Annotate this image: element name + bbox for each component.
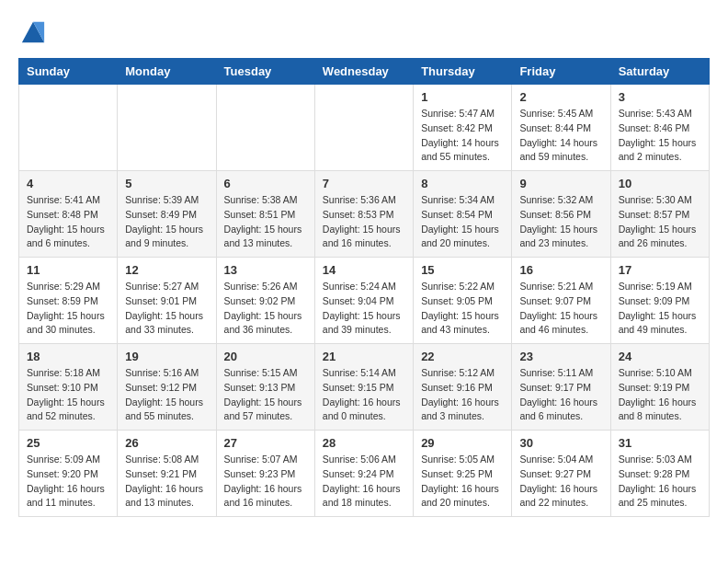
calendar-cell: 11Sunrise: 5:29 AM Sunset: 8:59 PM Dayli… xyxy=(19,258,118,344)
day-info: Sunrise: 5:16 AM Sunset: 9:12 PM Dayligh… xyxy=(125,366,208,424)
calendar-cell xyxy=(19,85,118,171)
day-info: Sunrise: 5:04 AM Sunset: 9:27 PM Dayligh… xyxy=(519,453,602,511)
day-info: Sunrise: 5:26 AM Sunset: 9:02 PM Dayligh… xyxy=(224,280,307,338)
day-number: 2 xyxy=(519,90,602,104)
day-info: Sunrise: 5:08 AM Sunset: 9:21 PM Dayligh… xyxy=(125,453,208,511)
day-number: 4 xyxy=(27,177,109,190)
day-number: 6 xyxy=(224,177,307,190)
calendar-cell: 4Sunrise: 5:41 AM Sunset: 8:48 PM Daylig… xyxy=(19,171,118,258)
day-number: 14 xyxy=(323,263,405,277)
day-info: Sunrise: 5:14 AM Sunset: 9:15 PM Dayligh… xyxy=(323,366,405,424)
day-number: 5 xyxy=(125,177,208,190)
calendar-cell: 22Sunrise: 5:12 AM Sunset: 9:16 PM Dayli… xyxy=(414,344,512,431)
day-number: 27 xyxy=(224,436,307,450)
day-info: Sunrise: 5:34 AM Sunset: 8:54 PM Dayligh… xyxy=(421,193,504,251)
day-number: 22 xyxy=(421,350,504,363)
day-number: 10 xyxy=(619,177,701,190)
day-info: Sunrise: 5:43 AM Sunset: 8:46 PM Dayligh… xyxy=(619,107,701,165)
day-info: Sunrise: 5:09 AM Sunset: 9:20 PM Dayligh… xyxy=(27,453,109,511)
day-info: Sunrise: 5:32 AM Sunset: 8:56 PM Dayligh… xyxy=(519,193,602,251)
calendar-cell: 19Sunrise: 5:16 AM Sunset: 9:12 PM Dayli… xyxy=(118,344,216,431)
day-info: Sunrise: 5:38 AM Sunset: 8:51 PM Dayligh… xyxy=(224,193,307,251)
day-number: 15 xyxy=(421,263,504,277)
calendar-cell: 27Sunrise: 5:07 AM Sunset: 9:23 PM Dayli… xyxy=(216,431,314,517)
day-info: Sunrise: 5:06 AM Sunset: 9:24 PM Dayligh… xyxy=(323,453,405,511)
day-info: Sunrise: 5:30 AM Sunset: 8:57 PM Dayligh… xyxy=(619,193,701,251)
calendar-table: SundayMondayTuesdayWednesdayThursdayFrid… xyxy=(18,58,710,517)
calendar-cell: 31Sunrise: 5:03 AM Sunset: 9:28 PM Dayli… xyxy=(610,431,709,517)
day-info: Sunrise: 5:36 AM Sunset: 8:53 PM Dayligh… xyxy=(323,193,405,251)
calendar-cell: 5Sunrise: 5:39 AM Sunset: 8:49 PM Daylig… xyxy=(118,171,216,258)
day-number: 3 xyxy=(619,90,701,104)
day-number: 8 xyxy=(421,177,504,190)
day-info: Sunrise: 5:18 AM Sunset: 9:10 PM Dayligh… xyxy=(27,366,109,424)
weekday-header-sunday: Sunday xyxy=(19,59,118,85)
day-number: 9 xyxy=(519,177,602,190)
calendar-cell: 20Sunrise: 5:15 AM Sunset: 9:13 PM Dayli… xyxy=(216,344,314,431)
day-info: Sunrise: 5:03 AM Sunset: 9:28 PM Dayligh… xyxy=(619,453,701,511)
weekday-header-saturday: Saturday xyxy=(610,59,709,85)
day-info: Sunrise: 5:41 AM Sunset: 8:48 PM Dayligh… xyxy=(27,193,109,251)
day-number: 16 xyxy=(519,263,602,277)
day-info: Sunrise: 5:24 AM Sunset: 9:04 PM Dayligh… xyxy=(323,280,405,338)
calendar-cell: 15Sunrise: 5:22 AM Sunset: 9:05 PM Dayli… xyxy=(414,258,512,344)
day-number: 12 xyxy=(125,263,208,277)
day-info: Sunrise: 5:29 AM Sunset: 8:59 PM Dayligh… xyxy=(27,280,109,338)
calendar-cell: 24Sunrise: 5:10 AM Sunset: 9:19 PM Dayli… xyxy=(610,344,709,431)
calendar-cell: 17Sunrise: 5:19 AM Sunset: 9:09 PM Dayli… xyxy=(610,258,709,344)
day-number: 1 xyxy=(421,90,504,104)
calendar-cell: 9Sunrise: 5:32 AM Sunset: 8:56 PM Daylig… xyxy=(512,171,610,258)
calendar-cell: 30Sunrise: 5:04 AM Sunset: 9:27 PM Dayli… xyxy=(512,431,610,517)
week-row-3: 11Sunrise: 5:29 AM Sunset: 8:59 PM Dayli… xyxy=(19,258,710,344)
day-info: Sunrise: 5:27 AM Sunset: 9:01 PM Dayligh… xyxy=(125,280,208,338)
calendar-cell: 12Sunrise: 5:27 AM Sunset: 9:01 PM Dayli… xyxy=(118,258,216,344)
day-number: 21 xyxy=(323,350,405,363)
weekday-header-friday: Friday xyxy=(512,59,610,85)
calendar-cell: 3Sunrise: 5:43 AM Sunset: 8:46 PM Daylig… xyxy=(610,85,709,171)
weekday-header-monday: Monday xyxy=(118,59,216,85)
day-number: 13 xyxy=(224,263,307,277)
calendar-cell: 13Sunrise: 5:26 AM Sunset: 9:02 PM Dayli… xyxy=(216,258,314,344)
week-row-5: 25Sunrise: 5:09 AM Sunset: 9:20 PM Dayli… xyxy=(19,431,710,517)
calendar-cell: 18Sunrise: 5:18 AM Sunset: 9:10 PM Dayli… xyxy=(19,344,118,431)
calendar-cell: 8Sunrise: 5:34 AM Sunset: 8:54 PM Daylig… xyxy=(414,171,512,258)
day-info: Sunrise: 5:19 AM Sunset: 9:09 PM Dayligh… xyxy=(619,280,701,338)
page-header xyxy=(18,18,710,49)
day-info: Sunrise: 5:12 AM Sunset: 9:16 PM Dayligh… xyxy=(421,366,504,424)
weekday-header-wednesday: Wednesday xyxy=(314,59,413,85)
calendar-cell: 29Sunrise: 5:05 AM Sunset: 9:25 PM Dayli… xyxy=(414,431,512,517)
logo-icon xyxy=(20,18,46,44)
day-number: 25 xyxy=(27,436,109,450)
day-number: 29 xyxy=(421,436,504,450)
calendar-cell: 23Sunrise: 5:11 AM Sunset: 9:17 PM Dayli… xyxy=(512,344,610,431)
day-number: 31 xyxy=(619,436,701,450)
calendar-cell: 16Sunrise: 5:21 AM Sunset: 9:07 PM Dayli… xyxy=(512,258,610,344)
day-number: 28 xyxy=(323,436,405,450)
calendar-cell: 21Sunrise: 5:14 AM Sunset: 9:15 PM Dayli… xyxy=(314,344,413,431)
day-number: 20 xyxy=(224,350,307,363)
week-row-1: 1Sunrise: 5:47 AM Sunset: 8:42 PM Daylig… xyxy=(19,85,710,171)
day-info: Sunrise: 5:45 AM Sunset: 8:44 PM Dayligh… xyxy=(519,107,602,165)
calendar-cell: 7Sunrise: 5:36 AM Sunset: 8:53 PM Daylig… xyxy=(314,171,413,258)
week-row-2: 4Sunrise: 5:41 AM Sunset: 8:48 PM Daylig… xyxy=(19,171,710,258)
calendar-cell: 10Sunrise: 5:30 AM Sunset: 8:57 PM Dayli… xyxy=(610,171,709,258)
day-number: 23 xyxy=(519,350,602,363)
day-info: Sunrise: 5:15 AM Sunset: 9:13 PM Dayligh… xyxy=(224,366,307,424)
day-number: 24 xyxy=(619,350,701,363)
calendar-cell xyxy=(118,85,216,171)
day-number: 19 xyxy=(125,350,208,363)
calendar-cell: 28Sunrise: 5:06 AM Sunset: 9:24 PM Dayli… xyxy=(314,431,413,517)
weekday-header-tuesday: Tuesday xyxy=(216,59,314,85)
weekday-header-thursday: Thursday xyxy=(414,59,512,85)
calendar-cell: 2Sunrise: 5:45 AM Sunset: 8:44 PM Daylig… xyxy=(512,85,610,171)
day-info: Sunrise: 5:47 AM Sunset: 8:42 PM Dayligh… xyxy=(421,107,504,165)
day-number: 17 xyxy=(619,263,701,277)
day-info: Sunrise: 5:21 AM Sunset: 9:07 PM Dayligh… xyxy=(519,280,602,338)
calendar-cell: 25Sunrise: 5:09 AM Sunset: 9:20 PM Dayli… xyxy=(19,431,118,517)
day-info: Sunrise: 5:22 AM Sunset: 9:05 PM Dayligh… xyxy=(421,280,504,338)
day-number: 26 xyxy=(125,436,208,450)
calendar-cell: 26Sunrise: 5:08 AM Sunset: 9:21 PM Dayli… xyxy=(118,431,216,517)
calendar-cell: 1Sunrise: 5:47 AM Sunset: 8:42 PM Daylig… xyxy=(414,85,512,171)
day-info: Sunrise: 5:10 AM Sunset: 9:19 PM Dayligh… xyxy=(619,366,701,424)
calendar-cell xyxy=(216,85,314,171)
